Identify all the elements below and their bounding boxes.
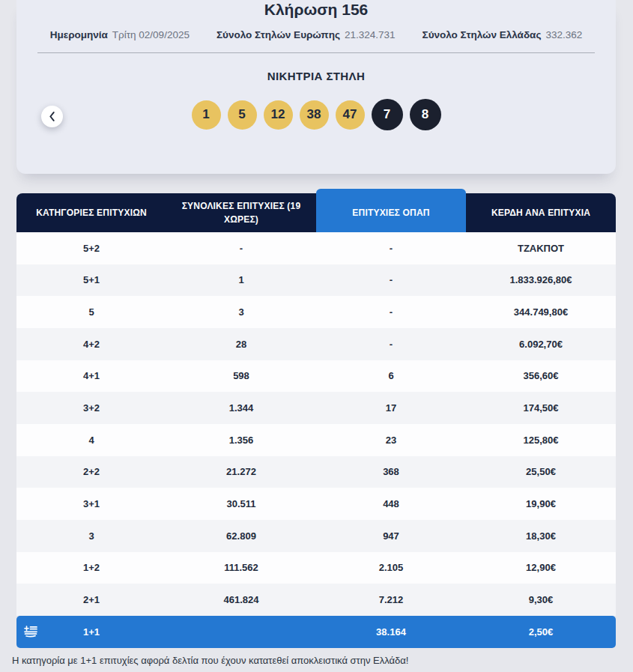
cell-prize: 19,90€ [466, 488, 616, 520]
cell-category: 3+2 [16, 392, 166, 424]
cell-category: 5 [16, 296, 166, 328]
europe-columns-label: Σύνολο Στηλών Ευρώπης [216, 29, 340, 40]
greece-columns-total: Σύνολο Στηλών Ελλάδας 332.362 [422, 29, 583, 40]
cell-total: 598 [166, 360, 316, 393]
cell-total: 1.356 [166, 424, 316, 456]
cell-total: 28 [166, 328, 316, 360]
draw-date-label: Ημερομηνία [50, 29, 108, 40]
table-row: 4+2 28 - 6.092,70€ [16, 328, 616, 360]
cell-category: 4 [16, 424, 166, 456]
cell-category: 3 [16, 520, 166, 552]
table-row: 5 3 - 344.749,80€ [16, 296, 616, 328]
cell-opap: - [316, 328, 466, 360]
greece-columns-label: Σύνολο Στηλών Ελλάδας [422, 29, 542, 40]
cell-opap: 947 [316, 520, 466, 552]
europe-columns-total: Σύνολο Στηλών Ευρώπης 21.324.731 [216, 29, 396, 40]
number-ball: 12 [264, 100, 293, 130]
cell-prize: 1.833.926,80€ [466, 264, 616, 297]
cell-total: 461.824 [166, 584, 316, 616]
column-header-prize: ΚΕΡΔΗ ΑΝΑ ΕΠΙΤΥΧΙΑ [466, 193, 616, 232]
draw-meta: Ημερομηνία Τρίτη 02/09/2025 Σύνολο Στηλώ… [16, 29, 616, 40]
cell-category: 4+1 [16, 360, 166, 393]
table-row: 2+2 21.272 368 25,50€ [16, 456, 616, 488]
winning-column-title: ΝΙΚΗΤΡΙΑ ΣΤΗΛΗ [16, 70, 616, 82]
greece-only-row: 1+1 38.164 2,50€ [16, 616, 616, 648]
cell-total: 1 [166, 264, 316, 297]
cell-opap: 7.212 [316, 584, 466, 616]
table-header: ΚΑΤΗΓΟΡΙΕΣ ΕΠΙΤΥΧΙΩΝ ΣΥΝΟΛΙΚΕΣ ΕΠΙΤΥΧΙΕΣ… [16, 193, 616, 232]
draw-title: Κλήρωση 156 [16, 0, 616, 19]
cell-prize: 12,90€ [466, 552, 616, 584]
greece-columns-value: 332.362 [545, 29, 582, 40]
cell-total: 21.272 [166, 456, 316, 488]
cell-total [166, 616, 316, 648]
cell-opap: - [316, 296, 466, 328]
cell-category: 1+2 [16, 552, 166, 584]
draw-date: Ημερομηνία Τρίτη 02/09/2025 [50, 29, 190, 40]
table-row: 4 1.356 23 125,80€ [16, 424, 616, 456]
cell-prize: ΤΖΑΚΠΟΤ [466, 232, 616, 264]
table-row: 4+1 598 6 356,60€ [16, 360, 616, 393]
cell-prize: 174,50€ [466, 392, 616, 424]
cell-total: 111.562 [166, 552, 316, 584]
cell-opap: - [316, 264, 466, 297]
column-header-categories: ΚΑΤΗΓΟΡΙΕΣ ΕΠΙΤΥΧΙΩΝ [16, 193, 166, 232]
divider [37, 52, 595, 53]
table-row: 3+1 30.511 448 19,90€ [16, 488, 616, 520]
cell-category: 3+1 [16, 488, 166, 520]
draw-date-value: Τρίτη 02/09/2025 [112, 29, 190, 40]
previous-draw-button[interactable] [41, 106, 63, 127]
table-row: 1+2 111.562 2.105 12,90€ [16, 552, 616, 584]
cell-prize: 9,30€ [466, 584, 616, 616]
draw-summary-card: Κλήρωση 156 Ημερομηνία Τρίτη 02/09/2025 … [16, 0, 616, 174]
cell-category: 5+2 [16, 232, 166, 264]
cell-prize: 344.749,80€ [466, 296, 616, 328]
results-table: ΚΑΤΗΓΟΡΙΕΣ ΕΠΙΤΥΧΙΩΝ ΣΥΝΟΛΙΚΕΣ ΕΠΙΤΥΧΙΕΣ… [16, 193, 616, 648]
table-row: 5+2 - - ΤΖΑΚΠΟΤ [16, 232, 616, 264]
number-ball: 38 [300, 100, 329, 130]
cell-prize: 2,50€ [466, 616, 616, 648]
number-ball: 47 [336, 100, 365, 130]
cell-prize: 356,60€ [466, 360, 616, 393]
cell-opap: 6 [316, 360, 466, 393]
cell-prize: 125,80€ [466, 424, 616, 456]
cell-opap: 38.164 [316, 616, 466, 648]
table-row: 3 62.809 947 18,30€ [16, 520, 616, 552]
number-ball: 5 [228, 100, 257, 130]
cell-total: 62.809 [166, 520, 316, 552]
winning-numbers: 1 5 12 38 47 7 8 [16, 99, 616, 130]
cell-total: - [166, 232, 316, 264]
cell-category: 2+2 [16, 456, 166, 488]
footnote: Η κατηγορία με 1+1 επιτυχίες αφορά δελτί… [12, 655, 633, 666]
number-ball: 1 [192, 100, 221, 130]
bonus-number-ball: 7 [372, 99, 403, 130]
cell-total: 1.344 [166, 392, 316, 424]
cell-category: 5+1 [16, 264, 166, 297]
cell-category: 4+2 [16, 328, 166, 360]
cell-opap: 2.105 [316, 552, 466, 584]
greek-flag-icon [23, 625, 40, 638]
cell-prize: 25,50€ [466, 456, 616, 488]
column-header-total-wins: ΣΥΝΟΛΙΚΕΣ ΕΠΙΤΥΧΙΕΣ (19 ΧΩΡΕΣ) [166, 193, 316, 232]
cell-prize: 6.092,70€ [466, 328, 616, 360]
cell-opap: 448 [316, 488, 466, 520]
bonus-number-ball: 8 [410, 99, 441, 130]
chevron-left-icon [49, 112, 55, 121]
cell-opap: - [316, 232, 466, 264]
cell-total: 30.511 [166, 488, 316, 520]
table-row: 5+1 1 - 1.833.926,80€ [16, 264, 616, 297]
cell-prize: 18,30€ [466, 520, 616, 552]
cell-opap: 23 [316, 424, 466, 456]
table-row: 3+2 1.344 17 174,50€ [16, 392, 616, 424]
cell-total: 3 [166, 296, 316, 328]
cell-opap: 368 [316, 456, 466, 488]
cell-category: 2+1 [16, 584, 166, 616]
europe-columns-value: 21.324.731 [345, 29, 396, 40]
table-row: 2+1 461.824 7.212 9,30€ [16, 584, 616, 616]
column-header-opap-wins[interactable]: ΕΠΙΤΥΧΙΕΣ ΟΠΑΠ [316, 189, 466, 232]
cell-opap: 17 [316, 392, 466, 424]
